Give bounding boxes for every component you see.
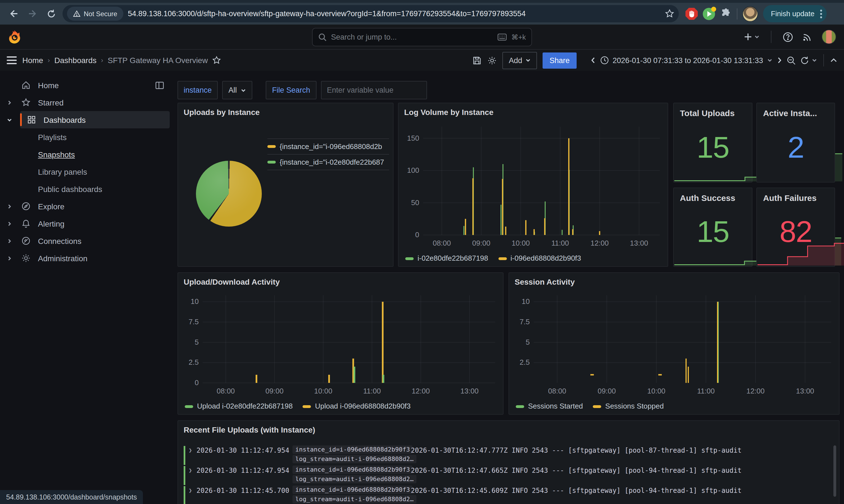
user-avatar[interactable] <box>822 30 836 44</box>
news-icon[interactable] <box>802 32 813 42</box>
log-field-badge[interactable]: log_stream=audit-i-096ed68808d2… <box>292 495 416 503</box>
browser-profile-avatar[interactable] <box>742 6 758 21</box>
sidebar-item-public-dashboards[interactable]: Public dashboards <box>0 180 172 198</box>
variable-instance-label[interactable]: instance <box>178 81 218 100</box>
bookmark-star-icon[interactable] <box>665 9 674 18</box>
chevron-right-icon[interactable] <box>0 203 19 209</box>
chevron-right-icon[interactable] <box>0 221 19 226</box>
legend-item[interactable]: {instance_id="i-02e80dfe22b687 <box>267 154 389 170</box>
grafana-logo[interactable] <box>8 30 21 44</box>
panel-title[interactable]: Upload/Download Activity <box>178 273 503 286</box>
log-field-badge[interactable]: instance_id=i-096ed68808d2b90f3 <box>292 466 413 474</box>
search-input[interactable]: Search or jump to... ⌘+k <box>312 28 532 46</box>
panel-uploads-by-instance[interactable]: Uploads by Instance {instance_id="i-096e… <box>178 103 394 267</box>
refresh-dashboard-button[interactable] <box>800 56 817 65</box>
sidebar-item-dashboards[interactable]: Dashboards <box>20 111 170 128</box>
zoom-out-icon[interactable] <box>787 56 796 65</box>
address-bar[interactable]: Not Secure 54.89.138.106:3000/d/sftp-ha-… <box>62 5 679 22</box>
panel-scrollbar[interactable] <box>833 445 836 497</box>
timeseries-chart[interactable]: 08:0009:0010:0011:0012:0013:00050100150 <box>401 122 665 250</box>
timeseries-chart[interactable]: 08:0009:0010:0011:0012:0013:002.557.510 <box>511 291 837 397</box>
legend-item[interactable]: Sessions Started <box>516 402 583 410</box>
adblock-extension-icon[interactable] <box>685 7 698 20</box>
legend-item[interactable]: i-02e80dfe22b687198 <box>405 254 488 262</box>
panel-title[interactable]: Log Volume by Instance <box>398 103 668 116</box>
timeseries-chart[interactable]: 08:0009:0010:0011:0012:0013:0002.557.510 <box>180 291 501 397</box>
favorite-star-icon[interactable] <box>212 56 221 65</box>
legend-item[interactable]: {instance_id="i-096ed68808d2b <box>267 139 389 154</box>
variable-filesearch-label[interactable]: File Search <box>266 81 317 100</box>
legend-item[interactable]: Upload i-02e80dfe22b687198 <box>185 402 293 410</box>
chevron-right-icon[interactable] <box>0 238 19 244</box>
log-field-badge[interactable]: instance_id=i-096ed68808d2b90f3 <box>292 445 413 454</box>
panel-title[interactable]: Total Uploads <box>674 103 752 118</box>
legend-item[interactable]: i-096ed68808d2b90f3 <box>498 254 581 262</box>
panel-session-activity[interactable]: Session Activity 08:0009:0010:0011:0012:… <box>508 272 840 415</box>
panel-total-uploads[interactable]: Total Uploads 15 <box>673 103 752 182</box>
log-row[interactable]: ❯ 2026-01-30 11:12:45.700 instance_id=i-… <box>184 486 824 504</box>
sidebar-item-starred[interactable]: Starred <box>0 94 172 111</box>
collapse-toolbar-icon[interactable] <box>830 57 837 63</box>
log-field-badge[interactable]: instance_id=i-096ed68808d2b90f3 <box>292 486 413 494</box>
dashboard-settings-icon[interactable] <box>488 56 497 65</box>
variable-instance-value[interactable]: All <box>222 81 253 100</box>
svg-text:0: 0 <box>195 378 199 387</box>
browser-refresh-button[interactable] <box>43 6 59 21</box>
dock-menu-icon[interactable] <box>155 80 164 90</box>
time-back-icon[interactable] <box>590 56 596 64</box>
panel-title[interactable]: Recent File Uploads (with Instance) <box>178 421 839 434</box>
legend-item[interactable]: Upload i-096ed68808d2b90f3 <box>303 402 411 410</box>
panel-title[interactable]: Auth Success <box>674 188 752 203</box>
security-chip[interactable]: Not Secure <box>67 7 123 21</box>
panel-recent-file-uploads[interactable]: Recent File Uploads (with Instance) ❯ 20… <box>178 420 840 504</box>
panel-active-instances[interactable]: Active Insta... 2 <box>756 103 835 182</box>
sidebar-item-explore[interactable]: Explore <box>0 198 172 215</box>
expand-row-icon[interactable]: ❯ <box>189 467 192 473</box>
log-field-badge[interactable]: log_stream=audit-i-096ed68808d2… <box>292 475 416 483</box>
time-forward-icon[interactable] <box>776 56 783 64</box>
sidebar-item-alerting[interactable]: Alerting <box>0 215 172 232</box>
save-dashboard-icon[interactable] <box>472 56 482 65</box>
panel-log-volume[interactable]: Log Volume by Instance 08:0009:0010:0011… <box>398 103 668 267</box>
chevron-right-icon[interactable] <box>0 100 19 105</box>
breadcrumb-home[interactable]: Home <box>22 56 43 65</box>
url-text[interactable]: 54.89.138.106:3000/d/sftp-ha-overview/sf… <box>128 10 660 18</box>
panel-title[interactable]: Active Insta... <box>757 103 834 118</box>
panel-auth-success[interactable]: Auth Success 15 <box>673 187 752 267</box>
sidebar-item-connections[interactable]: Connections <box>0 232 172 250</box>
variable-filesearch-input[interactable]: Enter variable value <box>321 81 427 100</box>
chevron-down-icon[interactable] <box>0 111 19 128</box>
mega-menu-icon[interactable] <box>7 56 17 64</box>
chevron-right-icon[interactable] <box>0 255 19 261</box>
log-row[interactable]: ❯ 2026-01-30 11:12:47.954 instance_id=i-… <box>184 445 824 466</box>
panel-auth-failures[interactable]: Auth Failures 82 <box>756 187 835 267</box>
extensions-puzzle-icon[interactable] <box>720 8 732 20</box>
sidebar-item-administration[interactable]: Administration <box>0 250 172 267</box>
pie-chart[interactable] <box>196 161 262 227</box>
panel-title[interactable]: Auth Failures <box>757 188 834 203</box>
sidebar-item-snapshots[interactable]: Snapshots <box>0 146 172 163</box>
breadcrumb-dashboards[interactable]: Dashboards <box>54 56 96 65</box>
add-new-button[interactable] <box>743 32 760 41</box>
browser-back-button[interactable] <box>5 6 21 21</box>
video-extension-icon[interactable] <box>703 7 715 20</box>
browser-menu-icon[interactable] <box>820 9 822 18</box>
help-icon[interactable] <box>783 32 793 42</box>
expand-row-icon[interactable]: ❯ <box>189 447 192 453</box>
sidebar-item-library-panels[interactable]: Library panels <box>0 163 172 180</box>
add-panel-button[interactable]: Add <box>503 52 537 69</box>
legend-item[interactable]: Sessions Stopped <box>593 402 664 410</box>
panel-title[interactable]: Session Activity <box>509 273 839 286</box>
share-button[interactable]: Share <box>543 52 576 68</box>
browser-forward-button[interactable] <box>24 6 40 21</box>
sidebar-item-playlists[interactable]: Playlists <box>0 128 172 146</box>
log-field-badge[interactable]: log_stream=audit-i-096ed68808d2… <box>292 455 416 463</box>
finish-update-button[interactable]: Finish update <box>763 5 827 22</box>
svg-text:09:00: 09:00 <box>472 239 490 247</box>
panel-title[interactable]: Uploads by Instance <box>178 103 393 116</box>
log-row[interactable]: ❯ 2026-01-30 11:12:47.954 instance_id=i-… <box>184 466 824 486</box>
expand-row-icon[interactable]: ❯ <box>189 487 192 493</box>
time-range-picker[interactable]: 2026-01-30 07:31:33 to 2026-01-30 13:31:… <box>600 56 773 65</box>
sidebar-item-home[interactable]: Home <box>0 76 172 94</box>
panel-upload-download[interactable]: Upload/Download Activity 08:0009:0010:00… <box>178 272 503 415</box>
